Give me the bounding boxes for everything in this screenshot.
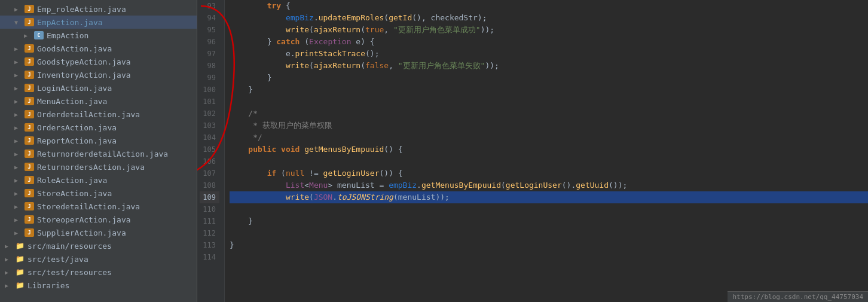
file-icon: J — [24, 17, 35, 27]
tree-item[interactable]: ▶JStoredetailAction.java — [0, 200, 197, 213]
line-number: 97 — [200, 48, 219, 60]
tree-arrow[interactable]: ▶ — [14, 177, 24, 184]
line-number: 95 — [200, 24, 219, 36]
tree-item-label: StoredetailAction.java — [37, 202, 140, 211]
line-number: 106 — [200, 155, 219, 167]
tree-item[interactable]: ▶JMenuAction.java — [0, 94, 197, 108]
tree-item-label: src/test/resources — [27, 268, 112, 277]
code-line: e.printStackTrace(); — [230, 48, 868, 60]
file-icon: 📁 — [14, 280, 25, 290]
tree-arrow[interactable]: ▶ — [14, 85, 24, 91]
file-icon: C — [33, 30, 44, 40]
line-number: 102 — [200, 108, 219, 120]
file-icon: J — [24, 83, 35, 93]
tree-arrow[interactable]: ▶ — [5, 256, 14, 263]
code-content: try { empBiz.updateEmpRoles(getId(), che… — [225, 0, 868, 302]
tree-item[interactable]: ▶📁Libraries — [0, 279, 197, 292]
code-editor: 9394959697989910010110210310410510610710… — [197, 0, 868, 302]
tree-arrow[interactable]: ▶ — [14, 230, 24, 236]
tree-arrow[interactable]: ▶ — [14, 72, 24, 78]
tree-item[interactable]: ▶JReturnordersAction.java — [0, 160, 197, 173]
tree-arrow[interactable]: ▶ — [14, 59, 24, 65]
file-icon: J — [24, 57, 35, 66]
file-icon: J — [24, 162, 35, 172]
tree-item[interactable]: ▶JOrdersAction.java — [0, 121, 197, 134]
code-line — [230, 96, 868, 108]
tree-item[interactable]: ▶JRoleAction.java — [0, 173, 197, 187]
file-icon: J — [24, 44, 35, 53]
file-icon: J — [24, 109, 35, 119]
tree-item-label: StoreoperAction.java — [37, 215, 131, 224]
file-icon: J — [24, 4, 35, 14]
tree-item-label: MenuAction.java — [37, 97, 107, 106]
tree-arrow[interactable]: ▶ — [14, 98, 24, 105]
tree-item-label: EmpAction — [47, 31, 88, 40]
tree-arrow[interactable]: ▶ — [14, 164, 24, 170]
tree-item-label: InventoryAction.java — [37, 71, 131, 80]
line-number: 100 — [200, 84, 219, 96]
tree-item[interactable]: ▶📁src/test/java — [0, 252, 197, 266]
file-tree[interactable]: ▶JEmp_roleAction.java▼JEmpAction.java▶CE… — [0, 0, 197, 302]
file-icon: J — [24, 70, 35, 80]
line-number: 110 — [200, 203, 219, 215]
code-line — [230, 203, 868, 215]
tree-item-label: Libraries — [27, 281, 69, 290]
line-number: 108 — [200, 179, 219, 191]
tree-arrow[interactable]: ▶ — [14, 6, 24, 13]
tree-arrow[interactable]: ▶ — [5, 269, 14, 276]
file-icon: J — [24, 202, 35, 211]
tree-arrow[interactable]: ▶ — [14, 151, 24, 157]
tree-arrow[interactable]: ▶ — [14, 216, 24, 223]
tree-item-label: src/test/java — [27, 255, 88, 264]
tree-item[interactable]: ▶JReportAction.java — [0, 134, 197, 147]
tree-item[interactable]: ▶📁src/main/resources — [0, 239, 197, 252]
tree-item[interactable]: ▼JEmpAction.java — [0, 16, 197, 29]
tree-item[interactable]: ▶JStoreoperAction.java — [0, 213, 197, 226]
tree-arrow[interactable]: ▶ — [14, 190, 24, 197]
tree-arrow[interactable]: ▶ — [14, 203, 24, 210]
tree-item[interactable]: ▶JLoginAction.java — [0, 81, 197, 94]
tree-arrow[interactable]: ▶ — [14, 138, 24, 144]
tree-item[interactable]: ▶JInventoryAction.java — [0, 68, 197, 81]
tree-item[interactable]: ▶JSupplierAction.java — [0, 226, 197, 239]
line-number: 93 — [200, 0, 219, 12]
code-line: */ — [230, 132, 868, 144]
tree-arrow[interactable]: ▶ — [24, 32, 33, 39]
code-line — [230, 251, 868, 263]
tree-arrow[interactable]: ▶ — [14, 124, 24, 131]
tree-item-label: LoginAction.java — [37, 84, 112, 93]
tree-item[interactable]: ▶JGoodstypeAction.java — [0, 55, 197, 68]
line-number: 111 — [200, 215, 219, 227]
tree-arrow[interactable]: ▶ — [14, 45, 24, 52]
line-number: 101 — [200, 96, 219, 108]
file-icon: J — [24, 96, 35, 106]
file-icon: J — [24, 188, 35, 198]
tree-item-label: Emp_roleAction.java — [37, 5, 126, 14]
tree-item-label: SupplierAction.java — [37, 228, 126, 237]
code-line: } — [230, 215, 868, 227]
code-line: } — [230, 239, 868, 251]
line-number: 99 — [200, 72, 219, 84]
file-icon: 📁 — [14, 267, 25, 277]
line-number: 114 — [200, 251, 219, 263]
tree-item[interactable]: ▶JStoreAction.java — [0, 187, 197, 200]
code-line — [230, 227, 868, 239]
tree-arrow[interactable]: ▶ — [14, 111, 24, 118]
file-icon: J — [24, 175, 35, 185]
file-icon: J — [24, 215, 35, 224]
code-line: write(ajaxReturn(false, "更新用户角色菜单失败")); — [230, 60, 868, 72]
tree-item[interactable]: ▶JGoodsAction.java — [0, 42, 197, 55]
code-line: /* — [230, 108, 868, 120]
tree-item[interactable]: ▶CEmpAction — [0, 29, 197, 42]
code-line: write(JSON.toJSONString(menuList)); — [230, 191, 868, 203]
tree-arrow[interactable]: ▶ — [5, 243, 14, 249]
tree-item[interactable]: ▶JOrderdetailAction.java — [0, 108, 197, 121]
tree-item[interactable]: ▶JReturnorderdetailAction.java — [0, 147, 197, 160]
status-bar: https://blog.csdn.net/qq_44757034 — [728, 291, 868, 302]
tree-item-label: ReturnorderdetailAction.java — [37, 150, 168, 158]
tree-item[interactable]: ▶📁src/test/resources — [0, 266, 197, 279]
tree-item[interactable]: ▶JEmp_roleAction.java — [0, 2, 197, 16]
file-icon: J — [24, 123, 35, 132]
tree-arrow[interactable]: ▼ — [14, 19, 24, 26]
tree-arrow[interactable]: ▶ — [5, 282, 14, 289]
